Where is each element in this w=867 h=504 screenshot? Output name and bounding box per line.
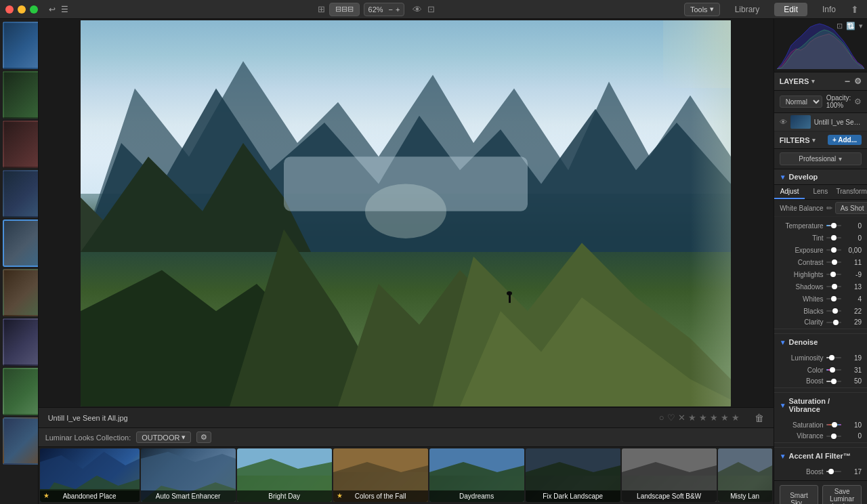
opacity-gear-icon[interactable]: ⚙ — [854, 97, 862, 106]
accent-boost-thumb[interactable] — [828, 469, 834, 474]
close-button[interactable] — [5, 5, 14, 14]
smart-sky-button[interactable]: Smart Sky... — [780, 485, 819, 504]
denoise-header[interactable]: ▼ Denoise — [774, 335, 867, 349]
trash-icon[interactable]: 🗑 — [755, 413, 764, 423]
filmstrip-item[interactable] — [3, 71, 39, 119]
whites-slider[interactable] — [826, 298, 841, 299]
preset-daydreams[interactable]: Daydreams — [429, 448, 524, 502]
zoom-plus-icon[interactable]: + — [396, 5, 400, 14]
preset-auto-smart[interactable]: Auto Smart Enhancer — [141, 448, 236, 502]
save-luminar-look-button[interactable]: Save Luminar Look... — [822, 485, 862, 504]
color-thumb[interactable] — [830, 367, 835, 373]
preset-fix-dark[interactable]: Fix Dark Landscape — [526, 448, 620, 502]
star-4[interactable]: ★ — [721, 413, 729, 423]
wb-select[interactable]: As Shot — [835, 202, 867, 214]
highlights-thumb[interactable] — [830, 272, 836, 277]
temperature-thumb[interactable] — [831, 223, 837, 228]
exposure-slider[interactable] — [826, 249, 841, 251]
filmstrip-item[interactable] — [3, 121, 39, 168]
wb-edit-icon[interactable]: ✏ — [826, 204, 832, 213]
layers-minus-icon[interactable]: − — [845, 76, 850, 87]
contrast-slider[interactable] — [826, 261, 841, 263]
blacks-thumb[interactable] — [832, 308, 838, 314]
accent-header[interactable]: ▼ Accent AI Filter™ — [774, 449, 867, 463]
preset-bright-day[interactable]: Bright Day — [237, 448, 332, 502]
temperature-slider[interactable] — [826, 225, 841, 226]
filmstrip-item[interactable] — [3, 417, 39, 465]
preset-star-icon: ★ — [337, 492, 343, 499]
share-icon[interactable]: ⬆ — [851, 4, 859, 15]
tab-transform[interactable]: Transform — [836, 185, 867, 199]
exposure-thumb[interactable] — [831, 247, 837, 253]
shadows-label: Shadows — [780, 283, 824, 291]
star-3[interactable]: ★ — [710, 413, 718, 423]
saturation-slider[interactable] — [826, 424, 841, 425]
preset-misty[interactable]: Misty Lan — [718, 448, 772, 502]
star-1[interactable]: ★ — [688, 413, 696, 423]
tools-button[interactable]: Tools ▾ — [684, 3, 720, 16]
shadows-slider[interactable] — [826, 286, 841, 287]
saturation-header[interactable]: ▼ Saturation / Vibrance — [774, 394, 867, 416]
minimize-button[interactable] — [18, 5, 26, 14]
layer-item[interactable]: 👁 Untill I_ve Seen it All.jpg — [774, 113, 867, 131]
tab-edit[interactable]: Edit — [774, 3, 807, 16]
back-icon[interactable]: ↩ — [49, 5, 56, 14]
tab-info[interactable]: Info — [813, 3, 845, 16]
saturation-thumb[interactable] — [832, 422, 837, 427]
canvas-area[interactable] — [39, 19, 774, 407]
highlights-slider[interactable] — [826, 274, 841, 275]
looks-settings-button[interactable]: ⚙ — [196, 432, 211, 443]
boost-denoise-thumb[interactable] — [831, 379, 837, 384]
tab-library[interactable]: Library — [725, 3, 769, 16]
preset-colors-fall[interactable]: Colors of the Fall ★ — [333, 448, 428, 502]
circle-icon[interactable]: ○ — [659, 413, 664, 423]
star-2[interactable]: ★ — [699, 413, 707, 423]
professional-dropdown[interactable]: Professional ▾ — [780, 152, 862, 165]
luminosity-thumb[interactable] — [829, 355, 834, 360]
layer-visibility-icon[interactable]: 👁 — [780, 118, 787, 126]
outdoor-category-button[interactable]: OUTDOOR ▾ — [136, 432, 191, 443]
tint-thumb[interactable] — [831, 235, 837, 240]
accent-boost-row: Boost 17 — [774, 465, 867, 478]
blacks-slider[interactable] — [826, 310, 841, 312]
filmstrip-item[interactable] — [3, 22, 39, 69]
clarity-thumb[interactable] — [833, 320, 839, 325]
vibrance-thumb[interactable] — [831, 434, 837, 439]
zoom-minus-icon[interactable]: − — [389, 5, 393, 14]
contrast-thumb[interactable] — [832, 259, 837, 265]
color-slider[interactable] — [826, 369, 841, 371]
preset-landscape-bw[interactable]: Landscape Soft B&W — [622, 448, 717, 502]
view-mode-button[interactable]: ⊟⊟⊟ — [329, 3, 360, 16]
preset-abandoned-place[interactable]: Abandoned Place ★ — [40, 448, 140, 502]
whites-thumb[interactable] — [831, 296, 837, 301]
develop-section-header[interactable]: ▼ Develop — [774, 169, 867, 185]
crop-icon[interactable]: ⊞ — [318, 4, 325, 14]
eye-icon[interactable]: 👁 — [413, 4, 422, 15]
layers-settings-icon[interactable]: ⚙ — [854, 77, 862, 86]
luminosity-slider[interactable] — [826, 357, 841, 358]
blend-mode-select[interactable]: Normal — [780, 96, 822, 108]
filmstrip-item[interactable] — [3, 368, 39, 415]
reject-icon[interactable]: ✕ — [678, 413, 685, 423]
fullscreen-button[interactable] — [30, 5, 38, 14]
heart-icon[interactable]: ♡ — [667, 413, 675, 423]
tint-slider[interactable] — [826, 237, 841, 238]
filmstrip-item-selected[interactable] — [3, 219, 39, 267]
vibrance-slider[interactable] — [826, 436, 841, 437]
shadows-thumb[interactable] — [832, 284, 837, 289]
star-5[interactable]: ★ — [732, 413, 740, 423]
list-icon[interactable]: ☰ — [61, 5, 68, 14]
tab-lens[interactable]: Lens — [805, 185, 836, 199]
layers-section-header[interactable]: LAYERS ▾ − ⚙ — [774, 72, 867, 91]
tab-adjust[interactable]: Adjust — [774, 185, 805, 199]
filmstrip-item[interactable] — [3, 170, 39, 217]
add-filter-button[interactable]: + Add... — [828, 135, 862, 145]
clarity-slider[interactable] — [826, 322, 841, 323]
boost-denoise-slider[interactable] — [826, 381, 841, 382]
preset-label: Fix Dark Landscape — [526, 490, 620, 502]
filmstrip-item[interactable] — [3, 269, 39, 316]
split-view-icon[interactable]: ⊡ — [427, 4, 435, 14]
filmstrip-item[interactable] — [3, 318, 39, 366]
accent-boost-slider[interactable] — [826, 471, 841, 472]
zoom-control[interactable]: 62% − + — [364, 3, 405, 16]
